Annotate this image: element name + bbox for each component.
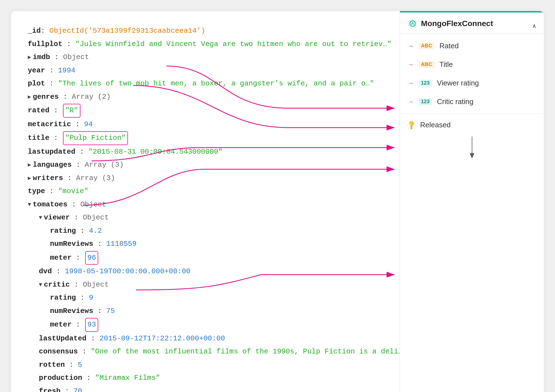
key-critic-numreviews: numReviews <box>50 305 93 318</box>
val-critic-meter-box: 93 <box>85 318 98 332</box>
line-viewer[interactable]: ▼viewer : Object <box>28 211 383 224</box>
label-title: Title <box>440 60 536 69</box>
panel-item-rated[interactable]: → ABC Rated <box>400 37 544 55</box>
val-rated-box: "R" <box>63 104 80 118</box>
key-icon: 🔑 <box>406 120 417 130</box>
val-critic-meter: 93 <box>87 320 96 329</box>
key-viewer-meter: meter <box>50 252 72 264</box>
line-imdb[interactable]: ▶imdb : Object <box>28 51 383 64</box>
key-fresh: fresh <box>39 385 60 392</box>
svg-point-0 <box>410 21 415 26</box>
arrow-title: → <box>408 61 414 68</box>
arrow-rated: → <box>408 42 414 50</box>
right-panel: MongoFlexConnect ∧ → ABC Rated → ABC Tit… <box>400 11 544 392</box>
panel-item-released-key[interactable]: 🔑 Released <box>400 116 544 134</box>
expand-imdb[interactable]: ▶ <box>28 52 31 62</box>
val-objectid: ObjectId('573a1399f29313caabceea14') <box>49 25 205 37</box>
key-viewer-rating: rating <box>50 225 76 237</box>
line-viewer-meter: meter : 96 <box>28 251 383 265</box>
key-lastupdated2: lastUpdated <box>39 332 87 345</box>
line-metacritic: metacritic : 94 <box>28 118 383 131</box>
line-critic-meter: meter : 93 <box>28 318 383 332</box>
expand-genres[interactable]: ▶ <box>28 92 31 102</box>
arrow-viewer-rating: → <box>408 80 414 87</box>
svg-marker-2 <box>470 153 474 159</box>
expand-critic[interactable]: ▼ <box>39 280 42 290</box>
panel-header-title: MongoFlexConnect <box>408 19 493 34</box>
expand-writers[interactable]: ▶ <box>28 173 31 183</box>
val-type: "movie" <box>58 185 88 198</box>
panel-title-text: MongoFlexConnect <box>421 19 493 28</box>
expand-tomatoes[interactable]: ▼ <box>28 200 31 209</box>
val-tomatoes: Object <box>80 198 107 211</box>
line-type: type : "movie" <box>28 185 383 198</box>
key-languages: languages <box>33 159 72 171</box>
line-plot: plot : "The lives of two mob hit men, a … <box>28 77 383 90</box>
line-production: production : "Miramax Films" <box>28 371 383 385</box>
label-released-key: Released <box>420 121 536 129</box>
panel-header: MongoFlexConnect ∧ <box>400 12 544 34</box>
val-critic: Object <box>83 279 109 291</box>
panel-items-list: → ABC Rated → ABC Title → 123 Viewer rat… <box>400 34 544 392</box>
line-rotten: rotten : 5 <box>28 358 383 372</box>
val-critic-numreviews: 75 <box>106 305 115 318</box>
panel-item-title[interactable]: → ABC Title <box>400 55 544 74</box>
val-rated: "R" <box>65 106 78 115</box>
main-container: _id: ObjectId('573a1399f29313caabceea14'… <box>11 11 544 392</box>
line-viewer-rating: rating : 4.2 <box>28 224 383 238</box>
line-lastupdated: lastupdated : "2015-08-31 00:09:04.54300… <box>28 145 383 159</box>
key-consensus: consensus <box>39 345 78 358</box>
line-id: _id: ObjectId('573a1399f29313caabceea14'… <box>28 24 383 38</box>
panel-divider <box>400 113 544 113</box>
badge-rated: ABC <box>419 42 435 49</box>
expand-viewer[interactable]: ▼ <box>39 213 42 222</box>
key-plot: plot <box>28 77 45 90</box>
key-id: _id <box>28 25 41 37</box>
line-title: title : "Pulp Fiction" <box>28 131 383 145</box>
line-year: year : 1994 <box>28 64 383 77</box>
code-panel: _id: ObjectId('573a1399f29313caabceea14'… <box>11 11 400 392</box>
key-production: production <box>39 372 82 385</box>
val-plot: "The lives of two mob hit men, a boxer, … <box>58 77 374 90</box>
val-production: "Miramax Films" <box>95 372 160 385</box>
val-year: 1994 <box>58 64 75 77</box>
val-fresh: 70 <box>74 385 82 392</box>
key-tomatoes: tomatoes <box>33 198 67 211</box>
val-writers: Array (3) <box>76 172 115 185</box>
val-viewer-meter: 96 <box>87 254 96 262</box>
panel-item-critic-rating[interactable]: → 123 Critic rating <box>400 92 544 111</box>
line-tomatoes[interactable]: ▼tomatoes : Object <box>28 198 383 211</box>
key-fullplot: fullplot <box>28 38 62 51</box>
key-lastupdated: lastupdated <box>28 146 75 158</box>
key-type: type <box>28 185 45 198</box>
key-viewer: viewer <box>44 211 70 224</box>
badge-viewer-rating: 123 <box>419 80 432 87</box>
key-genres: genres <box>33 91 59 103</box>
badge-title: ABC <box>419 61 435 68</box>
val-critic-rating: 9 <box>89 292 93 304</box>
key-writers: writers <box>33 172 63 185</box>
val-title-box: "Pulp Fiction" <box>63 131 128 145</box>
line-genres[interactable]: ▶genres : Array (2) <box>28 90 383 104</box>
key-rotten: rotten <box>39 359 65 371</box>
key-critic-rating: rating <box>50 292 76 304</box>
label-rated: Rated <box>440 42 536 50</box>
line-writers[interactable]: ▶writers : Array (3) <box>28 172 383 185</box>
val-title: "Pulp Fiction" <box>65 134 126 142</box>
expand-languages[interactable]: ▶ <box>28 160 31 170</box>
line-viewer-numreviews: numReviews : 1118559 <box>28 237 383 251</box>
key-imdb: imdb <box>33 51 50 64</box>
val-viewer-numreviews: 1118559 <box>106 238 137 251</box>
label-critic-rating: Critic rating <box>437 97 536 106</box>
val-viewer-meter-box: 96 <box>85 251 98 265</box>
val-consensus: "One of the most influential films of th… <box>91 345 400 358</box>
val-lastupdated2: 2015-09-12T17:22:12.000+00:00 <box>99 332 225 345</box>
line-languages[interactable]: ▶languages : Array (3) <box>28 158 383 172</box>
val-fullplot: "Jules Winnfield and Vincent Vega are tw… <box>75 38 392 51</box>
key-critic: critic <box>44 279 70 291</box>
line-critic[interactable]: ▼critic : Object <box>28 278 383 292</box>
key-metacritic: metacritic <box>28 118 71 131</box>
collapse-icon[interactable]: ∧ <box>533 22 536 30</box>
panel-item-viewer-rating[interactable]: → 123 Viewer rating <box>400 74 544 92</box>
key-critic-meter: meter <box>50 318 72 331</box>
